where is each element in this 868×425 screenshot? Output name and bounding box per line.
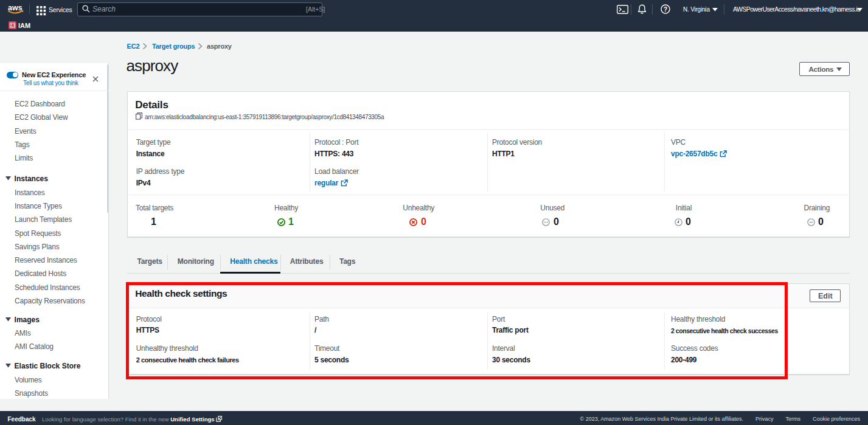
svg-text:?: ? [664,6,667,13]
svg-text:aws: aws [8,4,23,12]
